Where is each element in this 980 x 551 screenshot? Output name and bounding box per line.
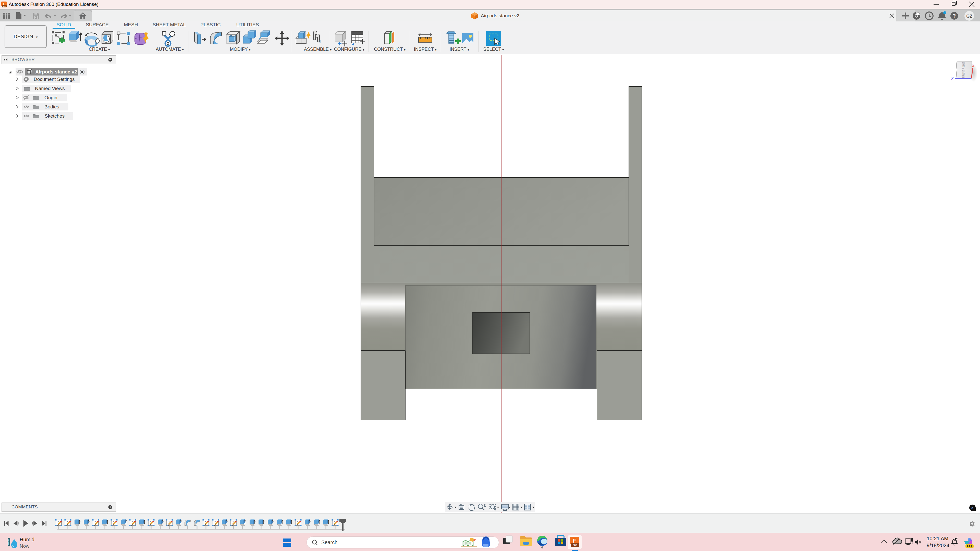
svg-text:X: X <box>972 64 974 68</box>
svg-text:360: 360 <box>573 544 577 547</box>
svg-text:a: a <box>972 506 974 510</box>
svg-text:?: ? <box>953 13 956 19</box>
svg-text:RIGHT: RIGHT <box>962 62 966 69</box>
svg-text:360: 360 <box>3 6 6 7</box>
svg-text:FRONT: FRONT <box>962 70 966 78</box>
svg-text:Z: Z <box>951 76 954 81</box>
svg-text:PRE: PRE <box>967 545 973 548</box>
svg-text:GZ: GZ <box>966 14 972 19</box>
svg-text:F: F <box>3 2 5 6</box>
svg-text:F: F <box>573 537 576 544</box>
